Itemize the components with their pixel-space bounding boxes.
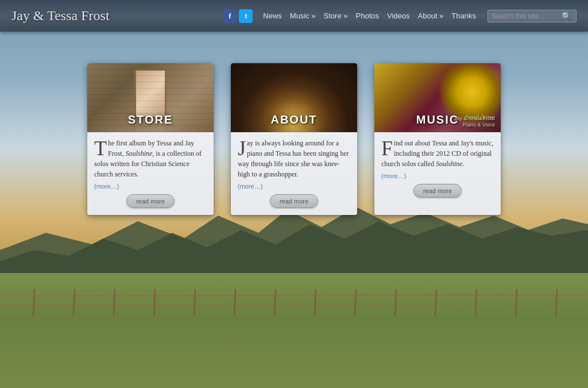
about-card-body: Jay is always looking around for a piano… <box>231 132 357 215</box>
nav-photos[interactable]: Photos <box>353 9 382 22</box>
music-card: MUSIC Soulshine Jay & Tessa FrostPiano &… <box>374 63 501 215</box>
about-read-more-button[interactable]: read more <box>270 194 318 208</box>
svg-line-11 <box>315 289 316 316</box>
music-read-more-button[interactable]: read more <box>413 184 462 198</box>
store-read-more-button[interactable]: read more <box>126 194 175 208</box>
about-card-image: ABOUT <box>231 63 357 132</box>
svg-line-5 <box>74 289 75 316</box>
about-more-link[interactable]: (more…) <box>238 183 350 190</box>
svg-line-17 <box>556 289 557 316</box>
store-drop-cap: T <box>94 140 107 157</box>
store-card-body: The first album by Tessa and Jay Frost, … <box>87 132 214 215</box>
cards-container: STORE The first album by Tessa and Jay F… <box>0 63 588 215</box>
music-drop-cap: F <box>381 140 393 157</box>
svg-line-8 <box>194 289 195 316</box>
main-nav: News Music » Store » Photos Videos About… <box>260 9 479 22</box>
music-card-text: Find out about Tessa and Jay's music, in… <box>381 138 494 169</box>
svg-line-12 <box>355 289 356 316</box>
svg-line-13 <box>395 289 396 316</box>
store-card-image: STORE <box>87 63 214 132</box>
store-card-text: The first album by Tessa and Jay Frost, … <box>94 138 207 179</box>
about-drop-cap: J <box>238 140 246 157</box>
nav-videos[interactable]: Videos <box>384 9 413 22</box>
svg-line-4 <box>33 289 34 316</box>
svg-line-14 <box>435 289 436 316</box>
svg-line-9 <box>234 289 235 316</box>
nav-area: f t News Music » Store » Photos Videos A… <box>223 9 577 23</box>
fence <box>0 285 588 319</box>
nav-thanks[interactable]: Thanks <box>448 9 479 22</box>
music-artist: Jay & Tessa FrostPiano & Voice <box>454 116 495 129</box>
header: Jay & Tessa Frost f t News Music » Store… <box>0 0 588 32</box>
svg-line-2 <box>0 295 588 296</box>
about-card: ABOUT Jay is always looking around for a… <box>231 63 357 215</box>
store-more-link[interactable]: (more…) <box>94 183 207 190</box>
svg-line-15 <box>475 289 477 316</box>
music-card-body: Find out about Tessa and Jay's music, in… <box>374 132 501 205</box>
nav-news[interactable]: News <box>260 9 285 22</box>
about-card-text: Jay is always looking around for a piano… <box>238 138 350 179</box>
music-card-image: MUSIC Soulshine Jay & Tessa FrostPiano &… <box>374 63 501 132</box>
svg-line-3 <box>0 304 588 305</box>
nav-about[interactable]: About » <box>415 9 447 22</box>
music-more-link[interactable]: (more…) <box>381 172 494 179</box>
site-title: Jay & Tessa Frost <box>11 8 223 24</box>
store-card-label: STORE <box>87 113 214 126</box>
social-icons: f t <box>223 9 253 23</box>
search-button[interactable]: 🔍 <box>560 11 572 21</box>
search-box: 🔍 <box>488 10 577 22</box>
svg-line-7 <box>154 289 155 316</box>
store-card: STORE The first album by Tessa and Jay F… <box>87 63 214 215</box>
svg-line-16 <box>516 289 517 316</box>
about-card-label: ABOUT <box>231 113 357 126</box>
svg-line-10 <box>274 289 276 316</box>
facebook-icon[interactable]: f <box>223 9 237 23</box>
nav-store[interactable]: Store » <box>320 9 351 22</box>
search-input[interactable] <box>492 12 560 20</box>
nav-music[interactable]: Music » <box>287 9 319 22</box>
twitter-icon[interactable]: t <box>239 9 253 23</box>
svg-line-6 <box>114 289 115 316</box>
